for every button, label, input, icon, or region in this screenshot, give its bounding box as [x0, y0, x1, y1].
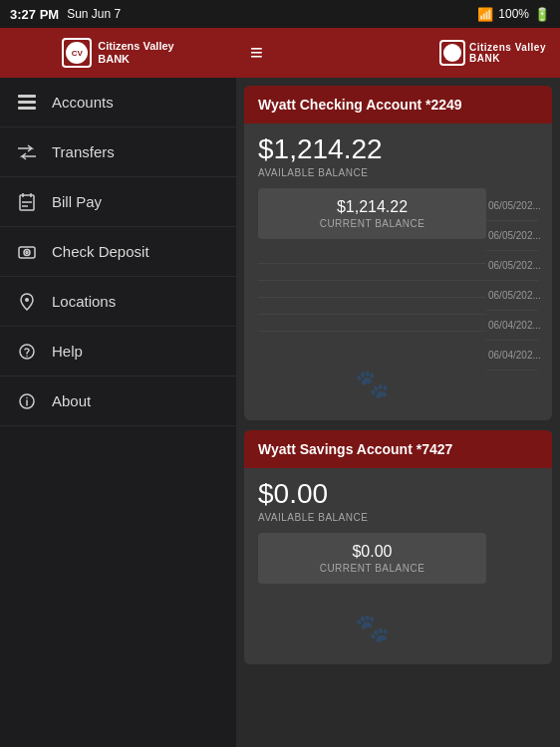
sidebar-bank-name2: BANK: [98, 53, 173, 66]
savings-current-balance: $0.00: [272, 543, 472, 561]
sidebar-item-billpay[interactable]: Bill Pay: [0, 177, 236, 227]
paw-icon-savings: 🐾: [355, 612, 390, 644]
sidebar-header: CV Citizens Valley BANK: [0, 28, 236, 78]
savings-current-label: CURRENT BALANCE: [272, 563, 472, 574]
transaction-row: [258, 298, 486, 315]
svg-point-13: [26, 355, 28, 357]
date-entry: 06/05/202...: [486, 251, 538, 281]
date-entry: 06/05/202...: [486, 191, 538, 221]
sidebar-bank-name: Citizens Valley: [98, 40, 173, 53]
main-content: ≡ Citizens Valley BANK Wyatt Checking: [236, 28, 560, 747]
about-icon: [16, 393, 38, 409]
svg-point-11: [25, 298, 29, 302]
checking-current-balance: $1,214.22: [272, 198, 472, 216]
savings-account-header: Wyatt Savings Account *7427: [244, 430, 552, 468]
status-bar: 3:27 PM Sun Jun 7 📶 100% 🔋: [0, 0, 560, 28]
transaction-row: [258, 247, 486, 264]
checking-available-balance: $1,214.22: [258, 133, 486, 165]
svg-rect-2: [18, 107, 36, 110]
transaction-row: [258, 264, 486, 281]
accounts-icon: [16, 95, 38, 111]
hamburger-button[interactable]: ≡: [250, 40, 263, 66]
header-bank-name2: BANK: [469, 53, 546, 64]
checking-account-title: Wyatt Checking Account *2249: [258, 97, 462, 113]
checking-current-balance-box: $1,214.22 CURRENT BALANCE: [258, 188, 486, 239]
sidebar-item-help[interactable]: Help: [0, 327, 236, 376]
savings-available-balance: $0.00: [258, 478, 486, 510]
status-icons: 📶 100% 🔋: [477, 7, 550, 22]
checking-account-card: Wyatt Checking Account *2249 $1,214.22 A…: [244, 86, 552, 420]
locations-label: Locations: [52, 293, 116, 310]
checking-account-body: $1,214.22 AVAILABLE BALANCE $1,214.22 CU…: [244, 124, 552, 420]
sidebar-logo-text: CV: [72, 49, 83, 58]
checkdeposit-icon: [16, 244, 38, 260]
savings-available-label: AVAILABLE BALANCE: [258, 512, 486, 523]
sidebar-item-locations[interactable]: Locations: [0, 277, 236, 327]
status-date: Sun Jun 7: [67, 7, 121, 21]
sidebar-bank-logo: CV Citizens Valley BANK: [62, 38, 173, 68]
checking-transactions: [258, 247, 486, 348]
svg-rect-1: [18, 101, 36, 104]
app-container: CV Citizens Valley BANK: [0, 28, 560, 747]
accounts-scroll[interactable]: Wyatt Checking Account *2249 $1,214.22 A…: [236, 78, 560, 747]
header-bank-logo: Citizens Valley BANK: [439, 40, 546, 66]
header-logo-icon: [439, 40, 465, 66]
svg-point-10: [26, 251, 28, 253]
paw-icon: 🐾: [355, 368, 390, 400]
checking-paw-area: 🐾: [258, 348, 486, 410]
billpay-icon: [16, 193, 38, 211]
sidebar-nav: Accounts Transfers: [0, 78, 236, 747]
help-label: Help: [52, 343, 83, 360]
transaction-row: [258, 332, 486, 348]
header-logo-circle: [443, 44, 461, 62]
sidebar-logo-icon: CV: [62, 38, 92, 68]
sidebar-item-accounts[interactable]: Accounts: [0, 78, 236, 127]
transfers-label: Transfers: [52, 143, 115, 160]
svg-point-16: [26, 396, 28, 398]
date-entry: 06/04/202...: [486, 311, 538, 341]
accounts-label: Accounts: [52, 94, 114, 111]
svg-rect-8: [19, 247, 35, 258]
checkdeposit-label: Check Deposit: [52, 243, 149, 260]
checking-available-label: AVAILABLE BALANCE: [258, 167, 486, 178]
svg-point-9: [24, 249, 30, 255]
sidebar-item-checkdeposit[interactable]: Check Deposit: [0, 227, 236, 277]
date-entry: 06/05/202...: [486, 281, 538, 311]
billpay-label: Bill Pay: [52, 193, 102, 210]
savings-current-balance-box: $0.00 CURRENT BALANCE: [258, 533, 486, 584]
savings-dates-column: [486, 478, 538, 654]
sidebar-item-about[interactable]: About: [0, 376, 236, 426]
sidebar-logo-circle: CV: [66, 42, 88, 64]
date-entry: 06/04/202...: [486, 341, 538, 371]
savings-account-body: $0.00 AVAILABLE BALANCE $0.00 CURRENT BA…: [244, 468, 552, 664]
sidebar-item-transfers[interactable]: Transfers: [0, 127, 236, 177]
savings-paw-area: 🐾: [258, 592, 486, 654]
sidebar: CV Citizens Valley BANK: [0, 28, 236, 747]
savings-account-title: Wyatt Savings Account *7427: [258, 441, 452, 457]
about-label: About: [52, 392, 91, 409]
battery-level: 100%: [498, 7, 529, 21]
main-header: ≡ Citizens Valley BANK: [236, 28, 560, 78]
checking-dates-column: 06/05/202... 06/05/202... 06/05/202... 0…: [486, 133, 538, 410]
transaction-row: [258, 315, 486, 332]
locations-icon: [16, 293, 38, 311]
status-time: 3:27 PM: [10, 7, 59, 22]
header-bank-name: Citizens Valley: [469, 42, 546, 53]
savings-account-card: Wyatt Savings Account *7427 $0.00 AVAILA…: [244, 430, 552, 664]
transaction-row: [258, 281, 486, 298]
checking-current-label: CURRENT BALANCE: [272, 218, 472, 229]
battery-icon: 🔋: [534, 7, 550, 22]
help-icon: [16, 344, 38, 360]
date-entry: 06/05/202...: [486, 221, 538, 251]
wifi-icon: 📶: [477, 7, 493, 22]
transfers-icon: [16, 144, 38, 160]
checking-account-header: Wyatt Checking Account *2249: [244, 86, 552, 124]
svg-rect-0: [18, 95, 36, 98]
